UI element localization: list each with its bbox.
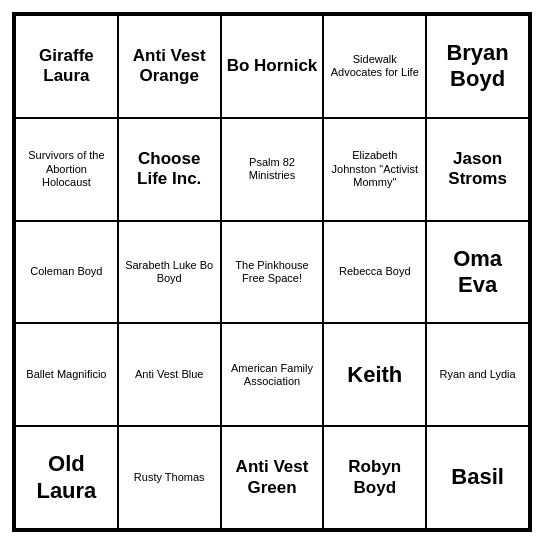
bingo-cell-r1c4: Jason Stroms	[426, 118, 529, 221]
bingo-cell-r3c3: Keith	[323, 323, 426, 426]
bingo-cell-r0c4: Bryan Boyd	[426, 15, 529, 118]
bingo-cell-r2c0: Coleman Boyd	[15, 221, 118, 324]
bingo-cell-r3c2: American Family Association	[221, 323, 324, 426]
bingo-cell-r1c2: Psalm 82 Ministries	[221, 118, 324, 221]
bingo-cell-r3c0: Ballet Magnificio	[15, 323, 118, 426]
bingo-cell-r0c1: Anti Vest Orange	[118, 15, 221, 118]
bingo-cell-r4c0: Old Laura	[15, 426, 118, 529]
bingo-cell-r2c1: Sarabeth Luke Bo Boyd	[118, 221, 221, 324]
bingo-cell-r4c3: Robyn Boyd	[323, 426, 426, 529]
bingo-cell-r0c2: Bo Hornick	[221, 15, 324, 118]
bingo-cell-r4c4: Basil	[426, 426, 529, 529]
bingo-cell-r0c0: Giraffe Laura	[15, 15, 118, 118]
bingo-cell-r2c4: Oma Eva	[426, 221, 529, 324]
bingo-cell-r1c1: Choose Life Inc.	[118, 118, 221, 221]
bingo-cell-r3c4: Ryan and Lydia	[426, 323, 529, 426]
bingo-card: Giraffe LauraAnti Vest OrangeBo HornickS…	[12, 12, 532, 532]
bingo-cell-r1c3: Elizabeth Johnston "Activist Mommy"	[323, 118, 426, 221]
bingo-cell-r4c2: Anti Vest Green	[221, 426, 324, 529]
bingo-cell-r4c1: Rusty Thomas	[118, 426, 221, 529]
bingo-cell-r0c3: Sidewalk Advocates for Life	[323, 15, 426, 118]
bingo-cell-r1c0: Survivors of the Abortion Holocaust	[15, 118, 118, 221]
bingo-cell-r3c1: Anti Vest Blue	[118, 323, 221, 426]
bingo-cell-r2c2: The Pinkhouse Free Space!	[221, 221, 324, 324]
bingo-cell-r2c3: Rebecca Boyd	[323, 221, 426, 324]
